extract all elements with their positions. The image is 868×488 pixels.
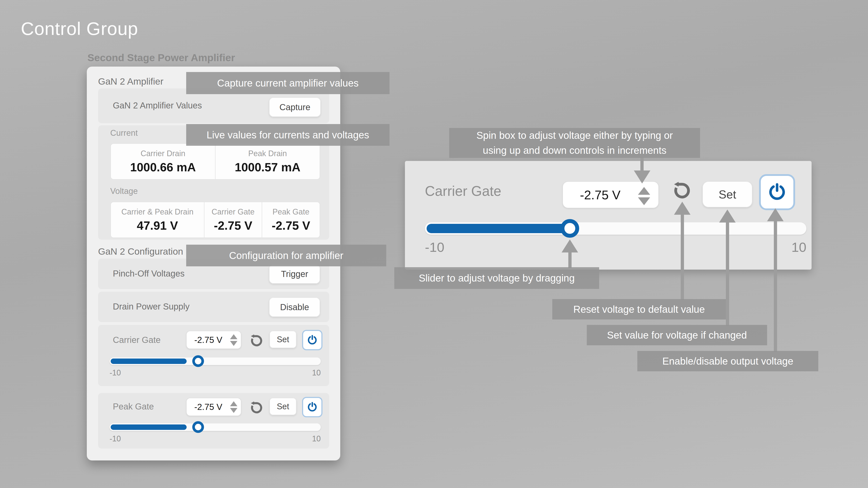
detail-slider-max-label: 10 — [776, 239, 806, 255]
voltage-cell-carrier-gate: Carrier Gate -2.75 V — [204, 202, 262, 237]
spin-down-icon[interactable] — [638, 197, 650, 205]
pinch-off-label: Pinch-Off Voltages — [113, 269, 185, 279]
carrier-gate-slider-fill — [111, 359, 187, 364]
detail-gate-label: Carrier Gate — [425, 183, 501, 199]
current-section-label: Current — [110, 128, 138, 138]
carrier-gate-set-button[interactable]: Set — [270, 331, 297, 348]
callout-reset-text: Reset voltage to default value — [573, 302, 705, 317]
spinbox-arrow-down-icon — [634, 170, 650, 184]
power-arrow-up-icon — [767, 208, 783, 221]
callout-live-values: Live values for currents and voltages — [186, 124, 390, 146]
carrier-gate-control-row: Carrier Gate -2.75 V Set — [98, 325, 329, 386]
capture-row-label: GaN 2 Amplifier Values — [113, 101, 202, 110]
peak-gate-slider[interactable] — [110, 423, 321, 431]
drain-power-label: Drain Power Supply — [113, 302, 190, 312]
voltage-cell-carrier-peak-drain: Carrier & Peak Drain 47.91 V — [111, 202, 204, 237]
callout-enable: Enable/disable output voltage — [637, 351, 818, 371]
callout-spinbox-line1: Spin box to adjust voltage either by typ… — [476, 128, 673, 143]
callout-spinbox: Spin box to adjust voltage either by typ… — [449, 128, 700, 158]
detail-spinbox-value[interactable]: -2.75 V — [563, 182, 638, 208]
peak-gate-spinbox-value[interactable]: -2.75 V — [187, 398, 230, 416]
capture-button[interactable]: Capture — [269, 97, 321, 117]
carrier-drain-label: Carrier Drain — [141, 149, 185, 158]
reset-icon[interactable] — [250, 400, 264, 415]
callout-spinbox-line2: using up and down controls in increments — [483, 143, 666, 158]
callout-slider-text: Slider to adjust voltage by dragging — [419, 271, 575, 286]
slider-arrow-shaft — [568, 252, 571, 268]
carrier-drain-value: 1000.66 mA — [130, 160, 196, 174]
callout-reset: Reset voltage to default value — [552, 299, 726, 320]
peak-gate-set-button[interactable]: Set — [270, 398, 297, 415]
amplifier-section-header: GaN 2 Amplifier — [98, 76, 163, 87]
carrier-gate-spinbox[interactable]: -2.75 V — [186, 331, 241, 349]
carrier-gate-slider[interactable] — [110, 357, 321, 365]
callout-set-text: Set value for voltage if changed — [607, 328, 747, 343]
slider-max-label: 10 — [299, 434, 321, 443]
reset-arrow-shaft — [681, 214, 684, 300]
detail-slider-fill — [427, 224, 568, 233]
trigger-button[interactable]: Trigger — [269, 264, 320, 284]
carrier-peak-drain-label: Carrier & Peak Drain — [121, 207, 193, 217]
carrier-gate-slider-thumb[interactable] — [192, 355, 204, 367]
reset-icon[interactable] — [250, 333, 264, 348]
callout-live-values-text: Live values for currents and voltages — [207, 128, 369, 142]
peak-gate-control-label: Peak Gate — [113, 402, 154, 412]
detail-power-button[interactable] — [759, 174, 795, 210]
detail-set-button[interactable]: Set — [703, 181, 752, 207]
callout-set: Set value for voltage if changed — [587, 325, 767, 345]
spin-up-icon[interactable] — [230, 334, 238, 339]
carrier-gate-detail-panel: Carrier Gate -2.75 V Set -10 10 — [405, 161, 812, 269]
callout-capture: Capture current amplifier values — [186, 72, 390, 94]
spin-down-icon[interactable] — [230, 341, 238, 346]
control-group-screen: Control Group Second Stage Power Amplifi… — [0, 0, 868, 488]
page-title: Control Group — [21, 18, 138, 39]
peak-gate-slider-fill — [111, 424, 187, 430]
detail-slider[interactable] — [425, 222, 806, 235]
spinbox-arrow-shaft — [640, 158, 644, 171]
current-values-card: Carrier Drain 1000.66 mA Peak Drain 1000… — [111, 143, 320, 180]
reset-arrow-up-icon — [674, 202, 690, 215]
slider-max-label: 10 — [299, 368, 321, 378]
configuration-section-header: GaN 2 Configuration — [98, 246, 183, 257]
current-cell-carrier-drain: Carrier Drain 1000.66 mA — [111, 144, 215, 179]
power-arrow-shaft — [774, 220, 777, 352]
power-icon — [307, 401, 318, 413]
current-cell-peak-drain: Peak Drain 1000.57 mA — [215, 144, 320, 179]
detail-slider-min-label: -10 — [425, 239, 444, 255]
slider-min-label: -10 — [110, 368, 121, 378]
disable-button[interactable]: Disable — [269, 297, 320, 317]
carrier-gate-spinbox-value[interactable]: -2.75 V — [187, 331, 230, 349]
reset-icon[interactable] — [672, 181, 692, 201]
voltage-section-label: Voltage — [110, 187, 138, 196]
group-subtitle: Second Stage Power Amplifier — [88, 52, 235, 64]
detail-slider-thumb[interactable] — [560, 219, 579, 238]
carrier-gate-control-label: Carrier Gate — [113, 335, 161, 345]
carrier-peak-drain-value: 47.91 V — [137, 219, 178, 232]
slider-min-label: -10 — [110, 434, 121, 443]
peak-gate-slider-thumb[interactable] — [192, 421, 204, 433]
callout-enable-text: Enable/disable output voltage — [662, 354, 793, 368]
set-arrow-shaft — [726, 222, 729, 326]
drain-power-row: Drain Power Supply Disable — [98, 292, 329, 322]
spin-up-icon[interactable] — [230, 401, 238, 406]
slider-arrow-up-icon — [562, 239, 578, 253]
peak-gate-voltage-label: Peak Gate — [273, 207, 309, 217]
detail-spinbox[interactable]: -2.75 V — [562, 181, 659, 208]
peak-gate-control-row: Peak Gate -2.75 V Set — [98, 393, 329, 449]
voltage-values-card: Carrier & Peak Drain 47.91 V Carrier Gat… — [111, 202, 320, 238]
callout-configuration-text: Configuration for amplifier — [229, 248, 343, 263]
peak-gate-spinbox[interactable]: -2.75 V — [186, 398, 241, 416]
peak-gate-power-button[interactable] — [302, 397, 322, 417]
carrier-gate-voltage-value: -2.75 V — [214, 219, 252, 232]
power-icon — [307, 334, 318, 346]
callout-slider: Slider to adjust voltage by dragging — [394, 267, 599, 289]
power-icon — [767, 182, 787, 202]
set-arrow-up-icon — [719, 209, 736, 223]
callout-capture-text: Capture current amplifier values — [217, 76, 359, 91]
spin-down-icon[interactable] — [230, 408, 238, 413]
peak-gate-voltage-value: -2.75 V — [272, 219, 310, 232]
peak-drain-label: Peak Drain — [248, 149, 287, 158]
carrier-gate-power-button[interactable] — [302, 330, 322, 350]
voltage-cell-peak-gate: Peak Gate -2.75 V — [262, 202, 320, 237]
spin-up-icon[interactable] — [638, 187, 650, 195]
